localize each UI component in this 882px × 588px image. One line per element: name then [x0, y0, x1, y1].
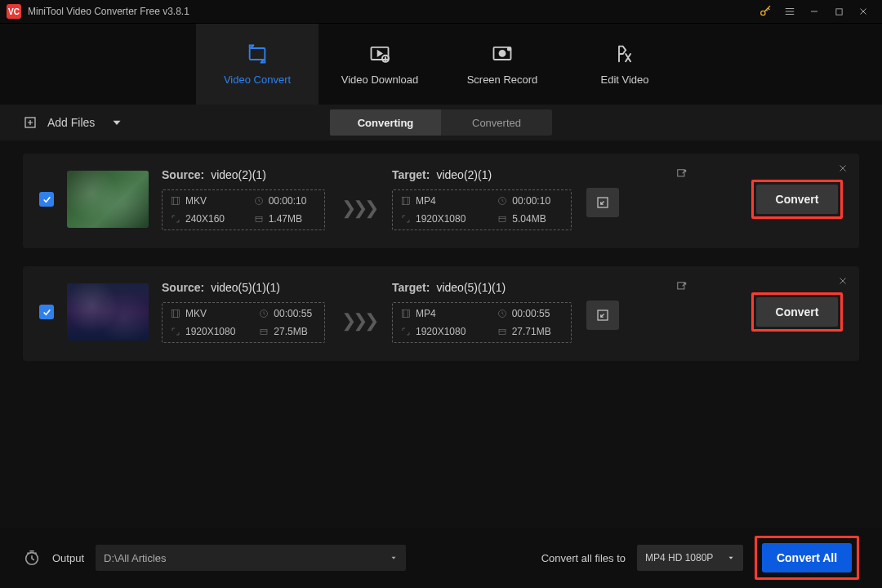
svg-rect-16 [499, 217, 506, 222]
tgt-format: MP4 [416, 195, 436, 207]
src-resolution: 240X160 [185, 213, 225, 225]
video-thumbnail[interactable] [67, 283, 149, 341]
row-checkbox[interactable] [39, 305, 54, 319]
svg-rect-21 [261, 330, 267, 335]
highlight-box: Convert [751, 180, 843, 219]
edit-target-icon[interactable] [676, 168, 688, 180]
target-settings-button[interactable] [586, 188, 619, 217]
video-thumbnail[interactable] [67, 171, 149, 228]
remove-row-button[interactable] [838, 276, 848, 286]
tab-screen-record[interactable]: Screen Record [441, 24, 564, 105]
clock-icon [497, 309, 507, 318]
format-preset-select[interactable]: MP4 HD 1080P [637, 545, 743, 571]
minimize-button[interactable] [802, 0, 826, 23]
source-column: Source:video(2)(1) MKV 00:00:10 240X160 … [162, 168, 325, 230]
format-icon [171, 309, 180, 318]
target-filename: video(2)(1) [436, 168, 492, 181]
output-path-select[interactable]: D:\All Articles [96, 545, 406, 571]
filesize-icon [497, 327, 507, 336]
tgt-duration: 00:00:10 [512, 195, 550, 207]
clock-icon [497, 196, 507, 206]
target-label: Target: [392, 168, 430, 181]
target-info-box: MP4 00:00:10 1920X1080 5.04MB [392, 189, 572, 230]
svg-point-7 [500, 51, 506, 56]
remove-row-button[interactable] [838, 163, 848, 173]
status-segment: Converting Converted [330, 109, 552, 136]
resolution-icon [171, 214, 180, 224]
svg-rect-2 [250, 48, 265, 60]
menu-icon[interactable] [777, 0, 802, 23]
convert-all-files-label: Convert all files to [541, 552, 626, 564]
source-column: Source:video(5)(1)(1) MKV 00:00:55 1920X… [162, 281, 325, 343]
target-info-box: MP4 00:00:55 1920X1080 27.71MB [392, 302, 572, 343]
resolution-icon [401, 214, 411, 224]
source-filename: video(2)(1) [211, 168, 266, 181]
target-settings-button[interactable] [586, 301, 619, 330]
src-duration: 00:00:55 [274, 308, 312, 319]
svg-marker-29 [729, 557, 733, 559]
source-info-box: MKV 00:00:55 1920X1080 27.5MB [162, 302, 325, 343]
src-size: 27.5MB [274, 326, 307, 337]
tab-edit-video[interactable]: Edit Video [564, 24, 686, 105]
toolbar: Add Files Converting Converted [0, 105, 882, 140]
source-filename: video(5)(1)(1) [211, 281, 280, 294]
tab-label: Edit Video [600, 74, 648, 86]
maximize-button[interactable] [826, 0, 851, 23]
convert-button[interactable]: Convert [756, 297, 838, 327]
tab-label: Video Download [341, 74, 418, 86]
target-filename: video(5)(1)(1) [436, 281, 506, 294]
close-button[interactable] [851, 0, 875, 23]
highlight-box: Convert [751, 292, 843, 332]
chevron-down-icon [727, 554, 735, 562]
arrow-icon: ❯❯❯ [341, 198, 376, 219]
filesize-icon [259, 327, 269, 336]
edit-target-icon[interactable] [676, 281, 688, 292]
target-label: Target: [392, 281, 430, 294]
tab-label: Screen Record [467, 74, 538, 86]
expand-icon [595, 308, 610, 323]
chevron-down-icon [109, 115, 124, 130]
src-duration: 00:00:10 [269, 195, 307, 207]
arrow-icon: ❯❯❯ [341, 310, 376, 332]
tgt-resolution: 1920X1080 [416, 326, 466, 337]
convert-button[interactable]: Convert [756, 185, 838, 214]
format-icon [401, 196, 411, 206]
add-files-button[interactable]: Add Files [23, 115, 124, 130]
filesize-icon [254, 214, 264, 224]
target-column: Target:video(2)(1) MP4 00:00:10 1920X108… [392, 168, 572, 230]
row-checkbox[interactable] [39, 192, 54, 207]
svg-rect-24 [499, 330, 506, 335]
record-icon [491, 42, 514, 65]
clock-icon [259, 309, 269, 318]
resolution-icon [401, 327, 411, 336]
src-format: MKV [185, 195, 207, 207]
source-label: Source: [162, 281, 204, 294]
tgt-size: 27.71MB [512, 326, 551, 337]
tab-video-convert[interactable]: Video Convert [196, 24, 318, 105]
format-icon [401, 309, 411, 318]
svg-marker-28 [392, 557, 396, 559]
src-format: MKV [185, 308, 207, 319]
file-row: Source:video(2)(1) MKV 00:00:10 240X160 … [23, 154, 859, 248]
footer: Output D:\All Articles Convert all files… [0, 528, 882, 588]
target-column: Target:video(5)(1)(1) MP4 00:00:55 1920X… [392, 281, 572, 343]
tgt-size: 5.04MB [512, 213, 546, 225]
app-title: MiniTool Video Converter Free v3.8.1 [28, 6, 189, 17]
source-label: Source: [162, 168, 204, 181]
add-files-label: Add Files [47, 116, 95, 129]
tgt-format: MP4 [416, 308, 436, 319]
unlock-key-icon[interactable] [753, 0, 777, 23]
format-preset-value: MP4 HD 1080P [645, 552, 713, 564]
titlebar: VC MiniTool Video Converter Free v3.8.1 [0, 0, 882, 23]
seg-converting[interactable]: Converting [330, 109, 441, 136]
tab-label: Video Convert [224, 74, 291, 86]
svg-rect-13 [256, 217, 262, 222]
convert-all-button[interactable]: Convert All [762, 543, 852, 572]
resolution-icon [171, 327, 180, 336]
download-icon [368, 42, 391, 65]
app-window: VC MiniTool Video Converter Free v3.8.1 … [0, 0, 882, 588]
chevron-down-icon [390, 554, 398, 562]
schedule-icon[interactable] [23, 549, 41, 567]
seg-converted[interactable]: Converted [441, 109, 552, 136]
tab-video-download[interactable]: Video Download [318, 24, 441, 105]
